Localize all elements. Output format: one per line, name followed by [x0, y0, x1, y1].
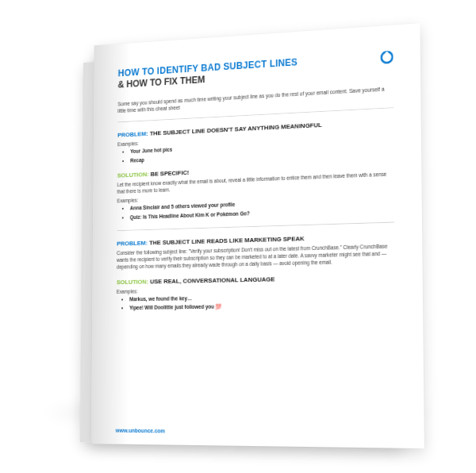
problem-body-2: Consider the following subject line: "Ve…	[117, 242, 395, 271]
solution-label: SOLUTION:	[117, 171, 149, 179]
header: HOW TO IDENTIFY BAD SUBJECT LINES & HOW …	[118, 51, 393, 90]
solution-heading-2: USE REAL, CONVERSATIONAL LANGUAGE	[150, 275, 274, 285]
list-item: Yipee! Will Doolittle just followed you …	[129, 301, 395, 311]
front-page: HOW TO IDENTIFY BAD SUBJECT LINES & HOW …	[91, 23, 424, 448]
svg-rect-1	[386, 52, 388, 56]
solution-examples-2: Markus, we found the key… Yipee! Will Do…	[117, 292, 396, 312]
footer-url: www.unbounce.com	[116, 428, 165, 434]
document-mockup: HO & H PRO THE SOL The su Instea patter …	[0, 0, 476, 473]
section-2: PROBLEM: THE SUBJECT LINE READS LIKE MAR…	[117, 233, 396, 312]
problem-label: PROBLEM:	[117, 130, 148, 139]
divider	[117, 222, 394, 232]
page-title: HOW TO IDENTIFY BAD SUBJECT LINES & HOW …	[118, 56, 298, 90]
unbounce-logo-icon	[381, 51, 393, 64]
solution-label: SOLUTION:	[117, 278, 148, 286]
section-1: PROBLEM: THE SUBJECT LINE DOESN'T SAY AN…	[117, 118, 394, 221]
problem-label: PROBLEM:	[117, 240, 148, 248]
solution-heading-1: BE SPECIFIC!	[151, 169, 190, 178]
